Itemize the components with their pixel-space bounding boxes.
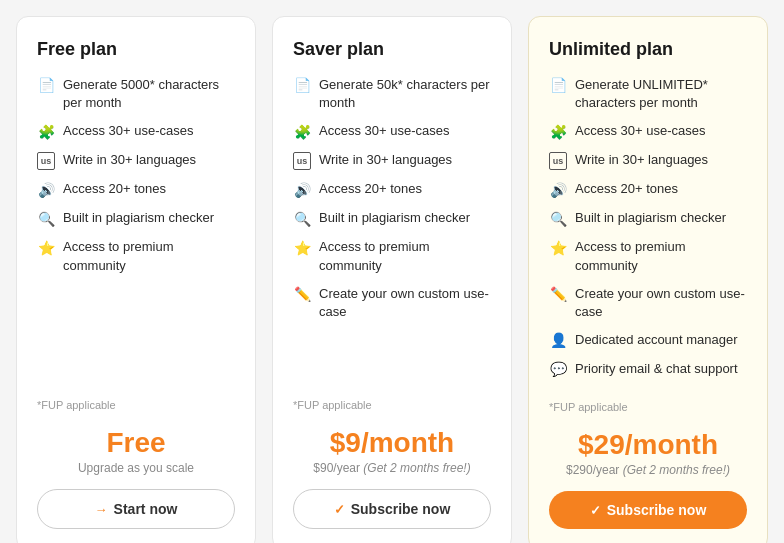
feature-item: 💬Priority email & chat support: [549, 360, 747, 379]
feature-icon: us: [37, 152, 55, 170]
feature-text: Access to premium community: [575, 238, 747, 274]
feature-icon: 📄: [37, 77, 55, 95]
feature-list-saver: 📄Generate 50k* characters per month🧩Acce…: [293, 76, 491, 387]
feature-text: Write in 30+ languages: [63, 151, 196, 169]
price-main-free: Free: [37, 427, 235, 459]
feature-text: Access 20+ tones: [319, 180, 422, 198]
plan-card-unlimited: Unlimited plan📄Generate UNLIMITED* chara…: [528, 16, 768, 543]
feature-icon: 🔍: [37, 210, 55, 228]
plan-title-unlimited: Unlimited plan: [549, 39, 747, 60]
feature-icon: ✏️: [293, 286, 311, 304]
feature-icon: ✏️: [549, 286, 567, 304]
feature-item: 🔊Access 20+ tones: [549, 180, 747, 199]
feature-item: 📄Generate 5000* characters per month: [37, 76, 235, 112]
cta-button-unlimited[interactable]: ✓Subscribe now: [549, 491, 747, 529]
feature-icon: 🧩: [549, 123, 567, 141]
feature-item: 🔊Access 20+ tones: [293, 180, 491, 199]
feature-list-free: 📄Generate 5000* characters per month🧩Acc…: [37, 76, 235, 387]
feature-item: 🔍Built in plagiarism checker: [293, 209, 491, 228]
feature-text: Generate 50k* characters per month: [319, 76, 491, 112]
feature-text: Write in 30+ languages: [319, 151, 452, 169]
feature-item: usWrite in 30+ languages: [549, 151, 747, 170]
feature-item: 🔍Built in plagiarism checker: [549, 209, 747, 228]
feature-item: 📄Generate UNLIMITED* characters per mont…: [549, 76, 747, 112]
feature-text: Dedicated account manager: [575, 331, 738, 349]
feature-item: 📄Generate 50k* characters per month: [293, 76, 491, 112]
btn-icon: →: [95, 502, 108, 517]
btn-icon: ✓: [590, 503, 601, 518]
plans-container: Free plan📄Generate 5000* characters per …: [16, 16, 768, 543]
feature-icon: 🧩: [293, 123, 311, 141]
feature-text: Access to premium community: [319, 238, 491, 274]
price-sub-free: Upgrade as you scale: [37, 461, 235, 475]
feature-icon: 🔍: [293, 210, 311, 228]
fup-note-unlimited: *FUP applicable: [549, 401, 747, 413]
feature-item: 🧩Access 30+ use-cases: [293, 122, 491, 141]
cta-button-saver[interactable]: ✓Subscribe now: [293, 489, 491, 529]
plan-title-free: Free plan: [37, 39, 235, 60]
fup-note-free: *FUP applicable: [37, 399, 235, 411]
feature-icon: 💬: [549, 361, 567, 379]
feature-icon: ⭐: [37, 239, 55, 257]
price-section-free: FreeUpgrade as you scale: [37, 427, 235, 475]
feature-text: Access 30+ use-cases: [575, 122, 705, 140]
price-sub-unlimited: $290/year (Get 2 months free!): [549, 463, 747, 477]
feature-item: ⭐Access to premium community: [37, 238, 235, 274]
btn-label: Subscribe now: [607, 502, 707, 518]
feature-icon: 👤: [549, 332, 567, 350]
feature-icon: 🧩: [37, 123, 55, 141]
feature-text: Write in 30+ languages: [575, 151, 708, 169]
feature-text: Access 30+ use-cases: [319, 122, 449, 140]
feature-item: 🧩Access 30+ use-cases: [549, 122, 747, 141]
feature-text: Generate UNLIMITED* characters per month: [575, 76, 747, 112]
feature-item: 👤Dedicated account manager: [549, 331, 747, 350]
feature-text: Built in plagiarism checker: [319, 209, 470, 227]
feature-text: Access 20+ tones: [575, 180, 678, 198]
feature-list-unlimited: 📄Generate UNLIMITED* characters per mont…: [549, 76, 747, 389]
feature-item: 🔍Built in plagiarism checker: [37, 209, 235, 228]
price-main-unlimited: $29/month: [549, 429, 747, 461]
feature-text: Create your own custom use-case: [575, 285, 747, 321]
plan-card-free: Free plan📄Generate 5000* characters per …: [16, 16, 256, 543]
feature-item: ⭐Access to premium community: [549, 238, 747, 274]
feature-icon: us: [549, 152, 567, 170]
price-section-unlimited: $29/month$290/year (Get 2 months free!): [549, 429, 747, 477]
btn-label: Subscribe now: [351, 501, 451, 517]
feature-text: Built in plagiarism checker: [63, 209, 214, 227]
feature-icon: ⭐: [549, 239, 567, 257]
feature-item: ✏️Create your own custom use-case: [293, 285, 491, 321]
price-section-saver: $9/month$90/year (Get 2 months free!): [293, 427, 491, 475]
feature-item: usWrite in 30+ languages: [37, 151, 235, 170]
feature-icon: us: [293, 152, 311, 170]
feature-item: 🔊Access 20+ tones: [37, 180, 235, 199]
feature-text: Access 20+ tones: [63, 180, 166, 198]
feature-icon: 🔊: [549, 181, 567, 199]
feature-icon: 🔊: [37, 181, 55, 199]
feature-icon: 📄: [293, 77, 311, 95]
feature-text: Create your own custom use-case: [319, 285, 491, 321]
feature-item: usWrite in 30+ languages: [293, 151, 491, 170]
feature-text: Priority email & chat support: [575, 360, 738, 378]
cta-button-free[interactable]: →Start now: [37, 489, 235, 529]
feature-icon: ⭐: [293, 239, 311, 257]
price-main-saver: $9/month: [293, 427, 491, 459]
feature-text: Access 30+ use-cases: [63, 122, 193, 140]
plan-title-saver: Saver plan: [293, 39, 491, 60]
feature-item: 🧩Access 30+ use-cases: [37, 122, 235, 141]
feature-icon: 🔍: [549, 210, 567, 228]
feature-item: ⭐Access to premium community: [293, 238, 491, 274]
fup-note-saver: *FUP applicable: [293, 399, 491, 411]
price-sub-saver: $90/year (Get 2 months free!): [293, 461, 491, 475]
plan-card-saver: Saver plan📄Generate 50k* characters per …: [272, 16, 512, 543]
feature-text: Generate 5000* characters per month: [63, 76, 235, 112]
feature-item: ✏️Create your own custom use-case: [549, 285, 747, 321]
btn-icon: ✓: [334, 502, 345, 517]
feature-icon: 🔊: [293, 181, 311, 199]
feature-text: Access to premium community: [63, 238, 235, 274]
feature-icon: 📄: [549, 77, 567, 95]
feature-text: Built in plagiarism checker: [575, 209, 726, 227]
btn-label: Start now: [114, 501, 178, 517]
